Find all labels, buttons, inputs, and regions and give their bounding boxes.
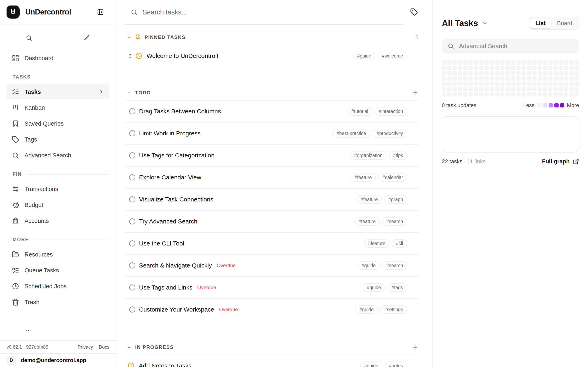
task-search-field[interactable]	[125, 0, 403, 25]
chevron-down-icon[interactable]	[127, 90, 131, 95]
tag-pill[interactable]: #productivity	[373, 129, 407, 138]
sidebar-item-resources[interactable]: Resources	[7, 247, 109, 262]
heatmap-cell	[484, 92, 489, 96]
search-input[interactable]	[142, 8, 403, 16]
task-row[interactable]: Drag Tasks Between Columns#tutorial#inte…	[125, 100, 419, 122]
view-title[interactable]: All Tasks	[442, 18, 478, 28]
task-row[interactable]: Try Advanced Search#feature#search	[125, 211, 419, 232]
task-checkbox[interactable]	[129, 307, 135, 313]
sidebar-nav: DashboardTASKSTasksKanbanSaved QueriesTa…	[0, 50, 116, 310]
task-row[interactable]: Limit Work in Progress#best-practice#pro…	[125, 123, 419, 144]
sidebar-compose-icon[interactable]	[58, 32, 116, 44]
sidebar-item-saved-queries[interactable]: Saved Queries	[7, 116, 109, 131]
task-checkbox[interactable]	[129, 108, 135, 114]
sidebar-item-queue-tasks[interactable]: Queue Tasks	[7, 263, 109, 278]
task-tags: #guide#settings	[355, 305, 407, 314]
task-checkbox[interactable]	[129, 240, 135, 247]
sidebar-item-scheduled-jobs[interactable]: Scheduled Jobs	[7, 279, 109, 294]
view-tab-list[interactable]: List	[530, 18, 552, 29]
user-row[interactable]: D demo@undercontrol.app	[0, 353, 116, 367]
heatmap-cell	[500, 92, 504, 96]
task-row[interactable]: Add Notes to Tasks#guide#notes	[125, 355, 419, 367]
sidebar-search-icon[interactable]	[0, 32, 58, 44]
tag-pill[interactable]: #guide	[355, 305, 378, 314]
tag-icon	[12, 136, 19, 143]
heatmap-cell	[522, 82, 526, 86]
chevron-down-icon[interactable]	[482, 20, 488, 26]
task-checkbox[interactable]	[129, 130, 135, 136]
task-checkbox[interactable]	[129, 196, 135, 202]
task-checkbox[interactable]	[129, 218, 135, 225]
tag-pill[interactable]: #notes	[385, 361, 407, 367]
task-checkbox[interactable]	[129, 174, 135, 180]
tag-pill[interactable]: #calendar	[378, 173, 407, 182]
app-logo-icon	[7, 6, 20, 18]
task-row[interactable]: Use Tags and LinksOverdue#guide#tags	[125, 277, 419, 298]
sidebar-section-label-tasks: TASKS	[7, 74, 109, 80]
sidebar-item-kanban[interactable]: Kanban	[7, 100, 109, 115]
full-graph-button[interactable]: Full graph	[542, 158, 579, 165]
heatmap-cell	[490, 60, 494, 65]
sidebar-item-label: Queue Tasks	[25, 267, 59, 274]
task-tags: #feature#search	[355, 217, 407, 226]
chevron-down-icon[interactable]	[127, 35, 131, 40]
sidebar-collapse-icon[interactable]	[96, 8, 104, 16]
tag-pill[interactable]: #tips	[389, 151, 407, 160]
tag-pill[interactable]: #tags	[388, 283, 407, 292]
sidebar-item-advanced-search[interactable]: Advanced Search	[7, 148, 109, 163]
tag-pill[interactable]: #welcome	[378, 52, 407, 60]
sidebar-item-tasks[interactable]: Tasks	[7, 84, 109, 99]
tag-pill[interactable]: #feature	[364, 239, 389, 248]
task-row[interactable]: Explore Calendar View#feature#calendar	[125, 167, 419, 188]
bank-icon	[12, 217, 19, 225]
graph-preview[interactable]	[442, 116, 579, 152]
sidebar-item-budget[interactable]: Budget	[7, 197, 109, 212]
tag-pill[interactable]: #guide	[353, 52, 375, 60]
task-row[interactable]: Visualize Task Connections#feature#graph	[125, 189, 419, 210]
sidebar-item-accounts[interactable]: Accounts	[7, 213, 109, 228]
docs-link[interactable]: Docs	[99, 344, 109, 350]
task-row[interactable]: Welcome to UnDercontrol!#guide#welcome	[125, 45, 419, 67]
tag-filter-icon[interactable]	[410, 8, 419, 17]
sidebar-item-transactions[interactable]: Transactions	[7, 182, 109, 197]
chevron-down-icon[interactable]	[127, 345, 131, 350]
tag-pill[interactable]: #search	[382, 217, 407, 226]
task-checkbox[interactable]	[129, 152, 135, 158]
tag-pill[interactable]: #settings	[380, 305, 407, 314]
tag-pill[interactable]: #feature	[355, 217, 380, 226]
advanced-search-field[interactable]	[442, 39, 579, 53]
sidebar-item-label: Transactions	[25, 186, 58, 192]
tag-pill[interactable]: #graph	[384, 195, 407, 204]
tag-pill[interactable]: #guide	[360, 361, 382, 367]
tag-pill[interactable]: #interaction	[375, 107, 407, 116]
sidebar-item-label: Dashboard	[25, 55, 53, 62]
tag-pill[interactable]: #search	[382, 261, 407, 270]
tag-pill[interactable]: #guide	[363, 283, 385, 292]
task-tags: #organization#tips	[350, 151, 407, 160]
drag-handle-icon[interactable]	[127, 53, 132, 59]
advanced-search-input[interactable]	[458, 42, 573, 50]
task-checkbox[interactable]	[129, 262, 135, 268]
add-task-icon[interactable]	[412, 89, 419, 96]
tag-pill[interactable]: #guide	[357, 261, 380, 270]
tag-pill[interactable]: #organization	[350, 151, 387, 160]
heatmap-cell	[527, 82, 531, 86]
task-row[interactable]: Customize Your WorkspaceOverdue#guide#se…	[125, 299, 419, 320]
task-row[interactable]: Use the CLI Tool#feature#cli	[125, 233, 419, 254]
heatmap-cell	[490, 92, 494, 96]
sidebar-item-dashboard[interactable]: Dashboard	[7, 50, 109, 66]
task-row[interactable]: Search & Navigate QuicklyOverdue#guide#s…	[125, 255, 419, 276]
group-header-pinned: PINNED TASKS1	[125, 30, 419, 45]
sidebar-item-trash[interactable]: Trash	[7, 295, 109, 310]
privacy-link[interactable]: Privacy	[78, 344, 93, 350]
tag-pill[interactable]: #tutorial	[347, 107, 372, 116]
task-checkbox[interactable]	[129, 284, 135, 291]
add-task-icon[interactable]	[412, 344, 419, 351]
task-row[interactable]: Use Tags for Categorization#organization…	[125, 145, 419, 166]
sidebar-item-tags[interactable]: Tags	[7, 132, 109, 147]
tag-pill[interactable]: #cli	[392, 239, 407, 248]
tag-pill[interactable]: #feature	[351, 173, 376, 182]
tag-pill[interactable]: #best-practice	[332, 129, 370, 138]
view-tab-board[interactable]: Board	[551, 18, 578, 29]
tag-pill[interactable]: #feature	[356, 195, 382, 204]
